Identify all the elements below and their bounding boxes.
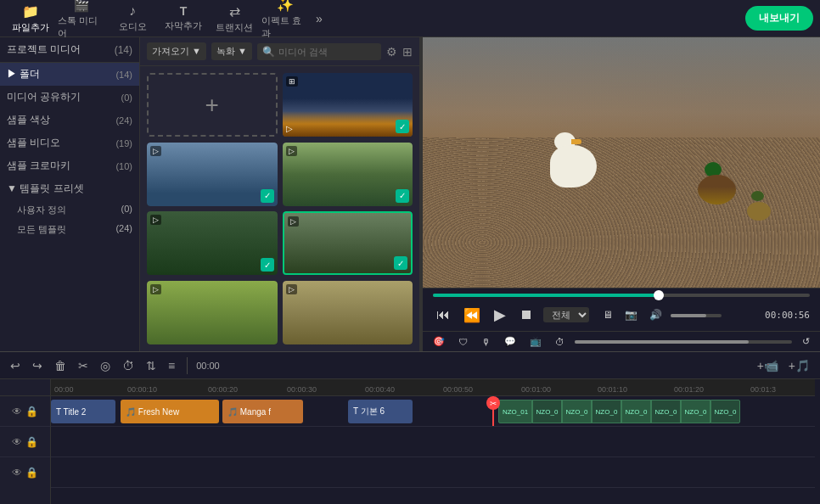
quality-select[interactable]: 전체: [543, 307, 589, 322]
nzo-clip-7[interactable]: NZO_0: [681, 400, 710, 423]
nzo-clip-5[interactable]: NZO_0: [621, 400, 651, 423]
export-button[interactable]: 내보내기: [745, 6, 813, 31]
check-badge: ✓: [261, 189, 274, 203]
media-item-c0211[interactable]: ▷ ✓ C0211: [147, 211, 278, 276]
nzo-clip-strip[interactable]: NZO_01 NZO_0 NZO_0 NZO_0 NZO_0 NZO_0 NZO…: [498, 400, 740, 423]
sidebar-item-sample-color[interactable]: 샘플 색상 (24): [0, 109, 139, 132]
screenshot-button[interactable]: 📷: [621, 307, 641, 322]
nzo-clip-4[interactable]: NZO_0: [592, 400, 621, 423]
clip-manga[interactable]: 🎵 Manga f: [222, 400, 303, 423]
nzo-clip-1[interactable]: NZO_01: [498, 400, 532, 423]
track-row-1: ✂ T Title 2 🎵 Fresh New 🎵 Manga f T 기본 6: [51, 396, 815, 427]
speed-button[interactable]: ⏱: [119, 357, 138, 374]
skip-back-button[interactable]: ⏮: [433, 305, 453, 324]
play-button[interactable]: ▶: [491, 304, 509, 326]
progress-bar[interactable]: [433, 294, 810, 297]
toolbar-audio[interactable]: ♪ 오디오: [109, 2, 156, 36]
sort-dropdown[interactable]: 가져오기 ▼: [147, 42, 206, 60]
nzo-clip-2[interactable]: NZO_0: [532, 400, 562, 423]
sidebar-item-sample-video[interactable]: 샘플 비디오 (19): [0, 132, 139, 154]
track-eye-3[interactable]: 👁: [12, 467, 22, 479]
timer-button[interactable]: ⏱: [552, 335, 568, 349]
clip-base-6[interactable]: T 기본 6: [348, 400, 413, 423]
media-toolbar: 가져오기 ▼ 녹화 ▼ 🔍 ⚙ ⊞: [140, 37, 419, 66]
duck-body: [550, 145, 597, 188]
track-lock-1[interactable]: 🔒: [25, 406, 38, 417]
loop-button[interactable]: ◎: [97, 357, 114, 374]
monitor-button[interactable]: 📺: [526, 334, 545, 349]
filter-icon[interactable]: ⚙: [386, 45, 397, 59]
toolbar-divider: [187, 357, 188, 374]
ruler-90: 00:01:3: [750, 385, 776, 394]
nzo-clip-8[interactable]: NZO_0: [710, 400, 740, 423]
timeline-body: 👁 🔒 👁 🔒 👁 🔒 00:00 00:00:10 00:00:20 00:: [0, 379, 820, 504]
add-video-track[interactable]: +📹: [754, 357, 782, 374]
playback-controls: ⏮ ⏪ ▶ ⏹ 전체 🖥 📷 🔊 00:00:56: [433, 304, 810, 326]
sidebar-item-chroma[interactable]: 샘플 크로마키 (10): [0, 154, 139, 177]
timeline-area: ↩ ↪ 🗑 ✂ ◎ ⏱ ⇅ ≡ 00:00 +📹 +🎵 👁 🔒 👁 🔒: [0, 351, 820, 504]
sidebar-item-user-defined[interactable]: 사용자 정의 (0): [0, 200, 139, 220]
clip-fresh-new[interactable]: 🎵 Fresh New: [121, 400, 219, 423]
effects-icon: ✨: [277, 0, 294, 13]
secondary-slider[interactable]: [575, 340, 792, 344]
search-icon: 🔍: [262, 46, 275, 58]
track-eye-1[interactable]: 👁: [12, 406, 22, 417]
clip-title-2[interactable]: T Title 2: [51, 400, 115, 423]
redo-button[interactable]: ↪: [29, 357, 46, 374]
step-back-button[interactable]: ⏪: [460, 305, 484, 325]
volume-slider[interactable]: [671, 314, 722, 317]
search-input[interactable]: [278, 47, 376, 57]
media-add-button[interactable]: +: [147, 73, 278, 137]
refresh-button[interactable]: ↺: [799, 334, 813, 349]
media-grid: + 미디어 가져오기 ⊞ ▷ ✓ C0001 ▷ ✓: [140, 66, 419, 351]
cut-button[interactable]: ✂: [75, 357, 92, 374]
mic-button[interactable]: 🎙: [478, 335, 494, 349]
sidebar-item-templates[interactable]: ▼ 템플릿 프리셋: [0, 177, 139, 200]
left-panel-header: 프로젝트 미디어 (14): [0, 37, 139, 63]
media-item-clip2[interactable]: ▷: [283, 281, 413, 345]
toolbar-stock-media[interactable]: 🎬 스톡 미디어: [58, 2, 105, 36]
shield-button[interactable]: 🛡: [455, 335, 471, 349]
track-label-3: 👁 🔒: [0, 457, 50, 488]
track-row-3: [51, 457, 815, 488]
sidebar-item-folder[interactable]: ▶ 폴더 (14): [0, 63, 139, 86]
subtitle-ctrl-button[interactable]: 💬: [501, 334, 520, 349]
toolbar-file-add[interactable]: 📁 파일추가: [7, 2, 54, 36]
sidebar-item-share[interactable]: 미디어 공유하기 (0): [0, 86, 139, 109]
small-duck: [747, 191, 772, 225]
nzo-clip-6[interactable]: NZO_0: [651, 400, 681, 423]
white-duck: [550, 132, 601, 200]
media-item-clip1[interactable]: ▷: [147, 281, 278, 345]
volume-button[interactable]: 🔊: [646, 307, 666, 322]
track-lock-3[interactable]: 🔒: [25, 467, 38, 479]
track-lock-2[interactable]: 🔒: [25, 436, 38, 448]
timeline-scroll[interactable]: 00:00 00:00:10 00:00:20 00:00:30 00:00:4…: [51, 379, 820, 504]
media-item-c0209[interactable]: ▷ ✓ C0209: [147, 143, 278, 207]
delete-button[interactable]: 🗑: [51, 357, 70, 374]
playhead: ✂: [492, 396, 494, 426]
toolbar-effects[interactable]: ✨ 이펙트 효과: [261, 2, 309, 36]
media-add-item[interactable]: + 미디어 가져오기: [147, 73, 278, 137]
toolbar-transition[interactable]: ⇄ 트랜지션: [211, 2, 258, 36]
media-item-c0210[interactable]: ▷ ✓ C0210: [283, 143, 413, 207]
media-item-nzo0158[interactable]: ▷ ✓ NZO_0158: [283, 211, 413, 276]
media-thumb-c0209: ▷ ✓: [147, 143, 278, 206]
toolbar-more-button[interactable]: »: [312, 8, 326, 29]
progress-fill: [433, 294, 659, 297]
stop-button[interactable]: ⏹: [516, 305, 536, 324]
media-item-c0001[interactable]: ⊞ ▷ ✓ C0001: [283, 73, 413, 137]
toolbar-subtitles[interactable]: T 자막추가: [160, 2, 207, 36]
track-label-1: 👁 🔒: [0, 396, 50, 427]
nzo-clip-3[interactable]: NZO_0: [562, 400, 592, 423]
undo-button[interactable]: ↩: [7, 357, 24, 374]
sidebar-item-all-templates[interactable]: 모든 템플릿 (24): [0, 220, 139, 239]
display-button[interactable]: 🖥: [599, 307, 616, 322]
grid-view-icon[interactable]: ⊞: [402, 45, 413, 59]
ripple-button[interactable]: ≡: [165, 357, 178, 374]
cut-marker-button[interactable]: 🎯: [430, 334, 448, 349]
filter-dropdown[interactable]: 녹화 ▼: [211, 42, 252, 60]
add-audio-track[interactable]: +🎵: [785, 357, 813, 374]
track-row-2: [51, 427, 815, 457]
track-eye-2[interactable]: 👁: [12, 436, 22, 448]
split-audio-button[interactable]: ⇅: [143, 357, 160, 374]
